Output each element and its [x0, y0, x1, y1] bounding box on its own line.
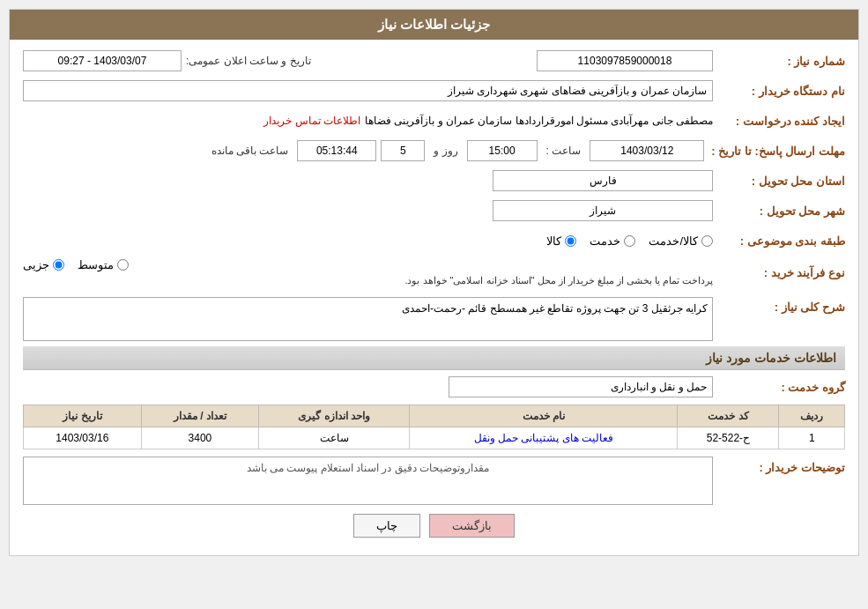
- col-vahed: واحد اندازه گیری: [259, 405, 410, 427]
- sharh-textarea[interactable]: [23, 297, 713, 341]
- mohlat-label: مهلت ارسال پاسخ: تا تاریخ :: [704, 145, 845, 158]
- radio-khadamat-item: خدمت: [590, 234, 635, 248]
- radio-motavaset-label: متوسط: [78, 258, 114, 271]
- cell-vahed: ساعت: [259, 427, 410, 449]
- radio-kala-khadamat-label: کالا/خدمت: [649, 234, 698, 248]
- radio-motavaset-item: متوسط: [78, 258, 129, 271]
- farayand-value-cell: متوسط جزیی پرداخت تمام یا بخشی از مبلغ خ…: [23, 258, 713, 286]
- services-section: ردیف کد خدمت نام خدمت واحد اندازه گیری ت…: [23, 405, 845, 449]
- tarikh-saat-input[interactable]: [23, 50, 182, 71]
- tarikh-saat-label: تاریخ و ساعت اعلان عمومی:: [182, 55, 315, 67]
- group-service-label: گروه خدمت :: [713, 381, 845, 394]
- row-group-service: گروه خدمت :: [23, 375, 845, 399]
- nam-dastgah-label: نام دستگاه خریدار :: [713, 85, 845, 98]
- radio-khadamat[interactable]: [624, 235, 635, 247]
- row-nam-dastgah: نام دستگاه خریدار :: [23, 78, 845, 103]
- main-container: جزئیات اطلاعات نیاز شماره نیاز : تاریخ و…: [9, 9, 859, 556]
- services-header-text: اطلاعات خدمات مورد نیاز: [706, 351, 836, 365]
- shomara-value-cell: [315, 50, 713, 71]
- date-input[interactable]: [590, 140, 704, 161]
- cell-tarikh: 1403/03/16: [24, 427, 142, 449]
- tabaqe-value-cell: کالا/خدمت خدمت کالا: [23, 234, 713, 248]
- farayand-label: نوع فرآیند خرید :: [713, 266, 845, 279]
- page-header: جزئیات اطلاعات نیاز: [10, 10, 858, 40]
- col-tedad: تعداد / مقدار: [141, 405, 259, 427]
- radio-kala-item: کالا: [546, 234, 576, 248]
- remaining-label: ساعت باقی مانده: [207, 145, 293, 157]
- row-shahr: شهر محل تحویل :: [23, 198, 845, 223]
- cell-kod: ح-522-52: [678, 427, 779, 449]
- print-button[interactable]: چاپ: [353, 514, 420, 538]
- row-buyer-notes: توضیحات خریدار :: [23, 457, 845, 505]
- radio-jozii-label: جزیی: [23, 258, 49, 271]
- row-sharh: شرح کلی نیاز :: [23, 297, 845, 341]
- col-tarikh: تاریخ نیاز: [24, 405, 142, 427]
- farayand-desc: پرداخت تمام یا بخشی از مبلغ خریدار از مح…: [23, 275, 713, 286]
- buyer-notes-value-cell: [23, 457, 713, 505]
- services-section-header: اطلاعات خدمات مورد نیاز: [23, 346, 845, 370]
- group-service-input[interactable]: [449, 376, 713, 397]
- farayand-radio-group: متوسط جزیی: [23, 258, 713, 271]
- row-farayand: نوع فرآیند خرید : متوسط جزیی پرداخت تمام…: [23, 258, 845, 286]
- content-area: شماره نیاز : تاریخ و ساعت اعلان عمومی: ن…: [10, 40, 858, 555]
- roz-input[interactable]: [381, 140, 425, 161]
- ostan-label: استان محل تحویل :: [713, 175, 845, 188]
- tabaqe-label: طبقه بندی موضوعی :: [713, 234, 845, 248]
- radio-motavaset[interactable]: [117, 259, 129, 271]
- ostan-value-cell: [23, 170, 713, 191]
- page-title: جزئیات اطلاعات نیاز: [378, 17, 490, 32]
- radio-kala-label: کالا: [546, 234, 561, 248]
- col-radif: ردیف: [779, 405, 845, 427]
- time-input[interactable]: [467, 140, 538, 161]
- sharh-value-cell: [23, 297, 713, 341]
- cell-radif: 1: [779, 427, 845, 449]
- group-service-value-cell: [23, 376, 713, 397]
- remaining-input[interactable]: [297, 140, 376, 161]
- col-kod: کد خدمت: [678, 405, 779, 427]
- cell-name: فعالیت های پشتیبانی حمل ونقل: [410, 427, 678, 449]
- radio-kala-khadamat-item: کالا/خدمت: [649, 234, 713, 248]
- buyer-notes-textarea[interactable]: [23, 457, 713, 505]
- radio-kala[interactable]: [565, 235, 576, 247]
- radio-kala-khadamat[interactable]: [701, 235, 713, 247]
- shahr-value-cell: [23, 200, 713, 221]
- ostan-input[interactable]: [493, 170, 713, 191]
- row-ostan: استان محل تحویل :: [23, 168, 845, 193]
- back-button[interactable]: بازگشت: [429, 514, 515, 538]
- nam-dastgah-input[interactable]: [23, 80, 713, 101]
- shahr-input[interactable]: [493, 200, 713, 221]
- col-name: نام خدمت: [410, 405, 678, 427]
- row-shomara: شماره نیاز : تاریخ و ساعت اعلان عمومی:: [23, 48, 845, 73]
- shahr-label: شهر محل تحویل :: [713, 204, 845, 218]
- row-mohlat: مهلت ارسال پاسخ: تا تاریخ : ساعت : روز و…: [23, 138, 845, 163]
- services-table: ردیف کد خدمت نام خدمت واحد اندازه گیری ت…: [23, 405, 845, 449]
- row-ijad: ایجاد کننده درخواست : مصطفی جانی مهرآباد…: [23, 108, 845, 133]
- shomara-label: شماره نیاز :: [713, 55, 845, 68]
- time-label: ساعت :: [542, 145, 586, 157]
- shomara-input[interactable]: [537, 50, 713, 71]
- radio-khadamat-label: خدمت: [590, 234, 620, 248]
- contact-link[interactable]: اطلاعات تماس خریدار: [263, 115, 360, 127]
- sharh-label: شرح کلی نیاز :: [713, 297, 845, 314]
- mohlat-value-cell: ساعت : روز و ساعت باقی مانده: [23, 140, 704, 161]
- radio-jozii[interactable]: [53, 259, 64, 271]
- radio-jozii-item: جزیی: [23, 258, 64, 271]
- nam-dastgah-value-cell: [23, 80, 713, 101]
- ijad-value-cell: مصطفی جانی مهرآبادی مسئول امورقراردادها …: [23, 115, 713, 127]
- page-wrapper: جزئیات اطلاعات نیاز شماره نیاز : تاریخ و…: [0, 0, 868, 609]
- buttons-row: بازگشت چاپ: [23, 514, 845, 538]
- roz-label: روز و: [429, 145, 462, 157]
- cell-tedad: 3400: [141, 427, 259, 449]
- buyer-notes-label: توضیحات خریدار :: [713, 457, 845, 474]
- table-header-row: ردیف کد خدمت نام خدمت واحد اندازه گیری ت…: [24, 405, 845, 427]
- ijad-value: مصطفی جانی مهرآبادی مسئول امورقراردادها …: [365, 115, 713, 127]
- ijad-label: ایجاد کننده درخواست :: [713, 115, 845, 128]
- table-row: 1 ح-522-52 فعالیت های پشتیبانی حمل ونقل …: [24, 427, 845, 449]
- row-tabaqe: طبقه بندی موضوعی : کالا/خدمت خدمت کالا: [23, 228, 845, 253]
